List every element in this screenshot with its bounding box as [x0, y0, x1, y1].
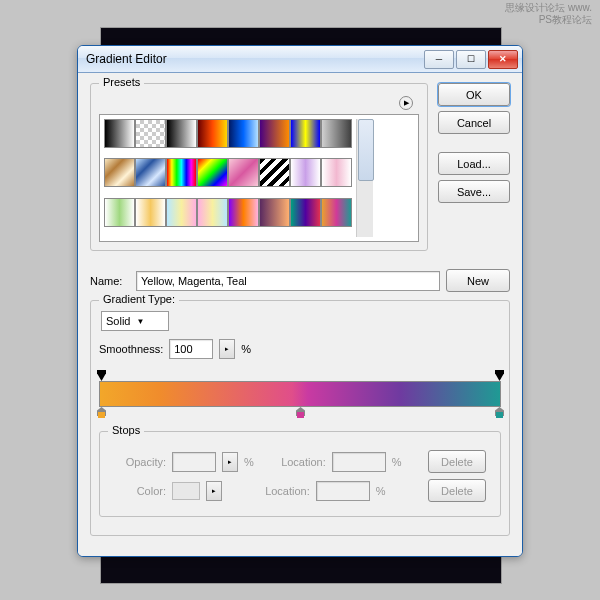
stops-label: Stops [108, 424, 144, 436]
preset-swatch[interactable] [228, 158, 259, 187]
preset-swatch[interactable] [135, 119, 166, 148]
preset-swatch[interactable] [166, 119, 197, 148]
preset-swatch[interactable] [197, 158, 228, 187]
smoothness-stepper[interactable]: ▸ [219, 339, 235, 359]
name-input[interactable] [136, 271, 440, 291]
preset-swatch[interactable] [104, 158, 135, 187]
preset-swatch[interactable] [135, 158, 166, 187]
preset-swatch[interactable] [321, 198, 352, 227]
presets-scrollbar[interactable] [356, 119, 373, 237]
presets-menu-icon[interactable]: ▶ [399, 96, 413, 110]
gradient-bar[interactable] [99, 381, 501, 407]
close-button[interactable]: ✕ [488, 50, 518, 69]
delete-opacity-stop-button: Delete [428, 450, 486, 473]
preset-swatch[interactable] [197, 198, 228, 227]
watermark: 思缘设计论坛 www.PS教程论坛 [505, 2, 592, 26]
preset-swatch[interactable] [166, 158, 197, 187]
preset-swatch[interactable] [197, 119, 228, 148]
location-label: Location: [274, 456, 326, 468]
color-location-input [316, 481, 370, 501]
opacity-stop[interactable] [97, 370, 106, 381]
preset-swatch[interactable] [290, 119, 321, 148]
location-label: Location: [258, 485, 310, 497]
gradient-editor-dialog: Gradient Editor ─ ☐ ✕ Presets ▶ [77, 45, 523, 557]
window-title: Gradient Editor [86, 52, 424, 66]
color-stop[interactable] [296, 407, 305, 418]
preset-swatch[interactable] [259, 158, 290, 187]
gradient-type-select[interactable]: Solid▼ [101, 311, 169, 331]
chevron-down-icon: ▼ [136, 317, 144, 326]
preset-swatch[interactable] [135, 198, 166, 227]
smoothness-label: Smoothness: [99, 343, 163, 355]
titlebar[interactable]: Gradient Editor ─ ☐ ✕ [78, 46, 522, 73]
preset-swatch[interactable] [259, 198, 290, 227]
preset-swatch[interactable] [228, 119, 259, 148]
preset-swatch[interactable] [321, 119, 352, 148]
preset-swatch[interactable] [259, 119, 290, 148]
save-button[interactable]: Save... [438, 180, 510, 203]
preset-swatch[interactable] [104, 198, 135, 227]
cancel-button[interactable]: Cancel [438, 111, 510, 134]
opacity-input [172, 452, 216, 472]
color-stops-track[interactable] [101, 407, 499, 421]
color-stop[interactable] [495, 407, 504, 418]
maximize-button[interactable]: ☐ [456, 50, 486, 69]
presets-grid [99, 114, 419, 242]
name-label: Name: [90, 275, 130, 287]
preset-swatch[interactable] [321, 158, 352, 187]
preset-swatch[interactable] [166, 198, 197, 227]
opacity-label: Opacity: [114, 456, 166, 468]
delete-color-stop-button: Delete [428, 479, 486, 502]
preset-swatch[interactable] [104, 119, 135, 148]
opacity-stops-track[interactable] [101, 367, 499, 381]
preset-swatch[interactable] [290, 198, 321, 227]
gradient-type-label: Gradient Type: [99, 293, 179, 305]
presets-label: Presets [99, 76, 144, 88]
new-button[interactable]: New [446, 269, 510, 292]
color-stop[interactable] [97, 407, 106, 418]
opacity-stop[interactable] [495, 370, 504, 381]
color-swatch [172, 482, 200, 500]
minimize-button[interactable]: ─ [424, 50, 454, 69]
load-button[interactable]: Load... [438, 152, 510, 175]
opacity-stepper: ▸ [222, 452, 238, 472]
opacity-location-input [332, 452, 386, 472]
preset-swatch[interactable] [290, 158, 321, 187]
color-label: Color: [114, 485, 166, 497]
smoothness-input[interactable] [169, 339, 213, 359]
preset-swatch[interactable] [228, 198, 259, 227]
color-picker-icon: ▸ [206, 481, 222, 501]
ok-button[interactable]: OK [438, 83, 510, 106]
